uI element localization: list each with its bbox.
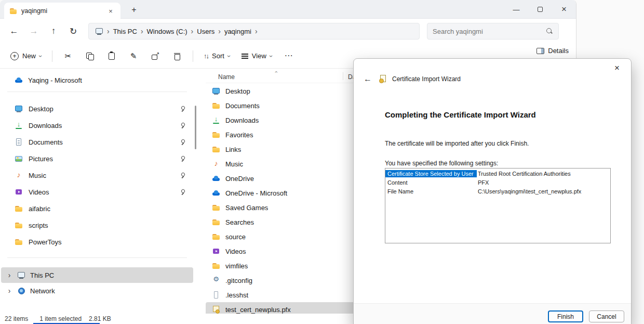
sidebar-tree: › This PC › Network xyxy=(0,267,194,299)
forward-button[interactable]: → xyxy=(24,22,44,41)
certificate-import-wizard-dialog: × ← Certificate Import Wizard Completing… xyxy=(353,58,632,324)
copy-button[interactable] xyxy=(79,47,100,66)
file-name: test_cert_newplus.pfx xyxy=(225,306,336,314)
sidebar-tree-item[interactable]: › Network xyxy=(1,283,193,299)
file-icon xyxy=(212,218,220,226)
cut-button[interactable]: ✂ xyxy=(58,47,78,66)
sidebar-item[interactable]: Pictures xyxy=(2,150,192,167)
maximize-button[interactable] xyxy=(528,0,552,19)
sidebar-item[interactable]: Music xyxy=(2,167,192,184)
chevron-right-icon: › xyxy=(107,28,110,35)
view-button[interactable]: View › xyxy=(236,47,277,66)
sidebar-tree-item[interactable]: › This PC xyxy=(1,267,193,283)
sidebar-item-label: Videos xyxy=(29,188,174,196)
cancel-button[interactable]: Cancel xyxy=(589,310,624,322)
wizard-back-button[interactable]: ← xyxy=(361,73,374,85)
more-options-button[interactable]: … xyxy=(278,47,299,66)
breadcrumb-item[interactable]: yaqingmi › xyxy=(224,28,258,35)
sidebar-item-icon xyxy=(15,154,23,163)
sidebar-item-label: Documents xyxy=(29,138,174,146)
finish-button[interactable]: Finish xyxy=(548,310,583,322)
sidebar-item-icon xyxy=(15,121,23,129)
tree-item-label: Network xyxy=(30,287,55,295)
sidebar-item[interactable]: Documents xyxy=(2,134,192,150)
file-name: .lesshst xyxy=(225,291,336,299)
tab-close-icon[interactable]: × xyxy=(106,6,115,16)
file-icon xyxy=(212,305,220,314)
file-name: Saved Games xyxy=(225,204,336,212)
chevron-right-icon: › xyxy=(255,28,258,35)
new-button[interactable]: + New › xyxy=(5,47,47,66)
sidebar-item[interactable]: Videos xyxy=(2,184,192,200)
more-icon: … xyxy=(284,52,293,60)
address-bar[interactable]: › This PC › Windows (C:) › xyxy=(88,23,420,40)
dialog-close-button[interactable]: × xyxy=(610,62,624,74)
tree-item-icon xyxy=(17,287,25,295)
sidebar-item[interactable]: aifabric xyxy=(2,200,192,217)
file-name: source xyxy=(225,233,336,241)
wizard-title: Certificate Import Wizard xyxy=(392,75,461,83)
up-button[interactable]: ↑ xyxy=(44,22,63,41)
pin-icon xyxy=(180,172,186,179)
breadcrumb-item[interactable]: Windows (C:) › xyxy=(147,28,194,35)
breadcrumb-item[interactable]: Users › xyxy=(197,28,221,35)
minimize-button[interactable]: — xyxy=(504,0,528,19)
view-label: View xyxy=(252,52,266,60)
selection-size: 2.81 KB xyxy=(89,315,111,322)
sidebar-divider xyxy=(7,92,187,92)
sidebar-item[interactable]: scripts xyxy=(2,217,192,234)
settings-listbox[interactable]: Certificate Store Selected by User Trust… xyxy=(385,168,611,243)
sidebar-item-label: PowerToys xyxy=(29,238,192,246)
file-icon xyxy=(212,291,220,299)
sidebar-pinned-list: Desktop Downloads Documents xyxy=(0,100,194,250)
sidebar-item[interactable]: Downloads xyxy=(2,117,192,134)
rename-button[interactable]: ✎ xyxy=(123,47,144,66)
window-controls: — × xyxy=(504,0,576,19)
file-name: Links xyxy=(225,146,336,153)
sidebar-item-label: Pictures xyxy=(29,155,174,163)
file-icon xyxy=(212,160,220,168)
setting-key: File Name xyxy=(385,188,477,195)
close-button[interactable]: × xyxy=(552,0,576,19)
sidebar-item[interactable]: PowerToys xyxy=(2,234,192,250)
back-button[interactable]: ← xyxy=(4,22,24,41)
sidebar-item[interactable]: Desktop xyxy=(2,100,192,117)
breadcrumb: This PC › Windows (C:) › Users › xyxy=(113,28,258,35)
chevron-right-icon[interactable]: › xyxy=(6,287,12,294)
file-name: Desktop xyxy=(225,87,336,95)
sidebar-scrollbar[interactable] xyxy=(195,106,196,149)
paste-button[interactable] xyxy=(101,47,122,66)
details-button[interactable]: Details xyxy=(536,47,569,55)
breadcrumb-item[interactable]: This PC › xyxy=(113,28,143,35)
setting-row[interactable]: File Name C:\Users\yaqingmi\test_cert_ne… xyxy=(385,187,610,196)
share-button[interactable] xyxy=(145,47,166,66)
search-input[interactable] xyxy=(433,28,546,35)
file-icon xyxy=(212,131,220,139)
sort-button[interactable]: ↑↓ Sort › xyxy=(198,47,235,66)
onedrive-cloud-icon xyxy=(15,76,23,84)
sidebar-item-onedrive[interactable]: Yaqing - Microsoft xyxy=(2,72,192,88)
setting-row[interactable]: Certificate Store Selected by User Trust… xyxy=(385,169,610,178)
chevron-right-icon[interactable]: › xyxy=(6,271,12,279)
sort-icon: ↑↓ xyxy=(204,52,208,60)
setting-key: Certificate Store Selected by User xyxy=(385,170,477,177)
pin-icon xyxy=(180,155,186,162)
column-divider[interactable] xyxy=(343,72,343,80)
refresh-button[interactable]: ↻ xyxy=(63,22,83,41)
file-name: Videos xyxy=(225,248,336,255)
explorer-tab[interactable]: yaqingmi × xyxy=(4,3,120,19)
item-count: 22 items xyxy=(5,315,28,322)
search-box[interactable] xyxy=(427,23,559,40)
search-icon xyxy=(546,28,553,35)
file-icon xyxy=(212,101,220,110)
column-header-name[interactable]: Name xyxy=(218,73,235,81)
pin-icon xyxy=(180,139,186,146)
tab-strip: yaqingmi × + — × xyxy=(0,0,576,19)
file-icon xyxy=(212,145,220,153)
new-tab-button[interactable]: + xyxy=(128,4,140,16)
setting-row[interactable]: Content PFX xyxy=(385,178,610,187)
chevron-right-icon: › xyxy=(191,28,194,35)
maximize-icon xyxy=(538,7,543,12)
delete-button[interactable] xyxy=(167,47,187,66)
sidebar-item-icon xyxy=(15,138,23,146)
